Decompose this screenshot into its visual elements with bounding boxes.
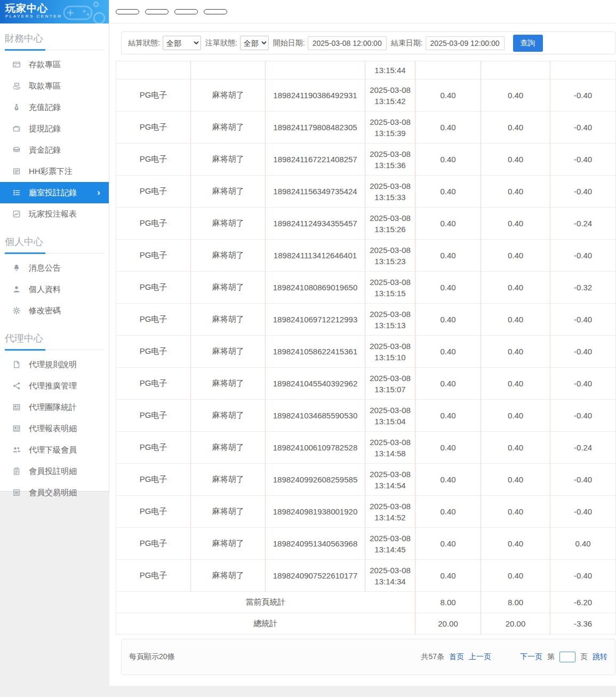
cell-game: 麻将胡了: [191, 176, 266, 208]
cell-time: 13:15:42: [366, 96, 414, 107]
cell-valid-amount: 0.40: [481, 272, 550, 304]
sidebar-item[interactable]: 修改密碼: [0, 300, 109, 321]
cell-time: 13:15:23: [366, 256, 414, 267]
sidebar-item[interactable]: 廳室投註記錄 ›: [0, 182, 109, 203]
cell-time: 13:15:13: [366, 320, 414, 331]
cell-valid-amount: 0.40: [481, 496, 550, 528]
cell-datetime: 2025-03-08 13:15:07: [365, 368, 415, 400]
table-row: PG电子 麻将胡了 1898240951340563968 2025-03-08…: [116, 528, 616, 560]
cell-win-loss: -0.40: [550, 464, 616, 496]
jump-suffix-label: 页: [580, 652, 588, 662]
sidebar-item[interactable]: 會員投註明細: [0, 461, 109, 482]
next-page-link[interactable]: 下一页: [520, 652, 542, 662]
cell-bet-amount: 0.40: [415, 528, 481, 560]
cell-game: 麻将胡了: [191, 368, 266, 400]
category-tab[interactable]: [204, 9, 227, 14]
cell-platform: PG电子: [116, 272, 191, 304]
sidebar-item[interactable]: 個人資料: [0, 279, 109, 300]
cell-time: 13:15:15: [366, 288, 414, 299]
cell-bet-amount: 0.40: [415, 400, 481, 432]
table-row: PG电子 麻将胡了 1898241058622415361 2025-03-08…: [116, 336, 616, 368]
cell-valid-amount: 0.40: [481, 400, 550, 432]
category-tab[interactable]: [145, 9, 169, 14]
order-status-select[interactable]: 全部: [240, 36, 269, 50]
end-date-label: 結束日期:: [391, 38, 423, 48]
app-logo: 玩家中心 PLAYERS CENTER: [0, 0, 109, 23]
start-date-input[interactable]: [308, 36, 387, 50]
sidebar-item-icon: [12, 146, 21, 155]
sidebar-item[interactable]: 資金記錄: [0, 139, 109, 161]
cell-win-loss: -0.40: [550, 240, 616, 272]
sidebar-item[interactable]: 代理下級會員: [0, 439, 109, 461]
sidebar-item-icon: [12, 82, 21, 91]
prev-page-link[interactable]: 上一页: [469, 652, 491, 662]
sidebar-item-label: HH彩票下注: [29, 167, 73, 177]
cell-valid-amount: 0.40: [481, 176, 550, 208]
cell-datetime: 2025-03-08 13:15:42: [365, 80, 415, 112]
sidebar-item-label: 存款專區: [29, 60, 61, 70]
table-row: PG电子 麻将胡了 1898240907522610177 2025-03-08…: [116, 560, 616, 592]
table-row: PG电子 麻将胡了 1898241124934355457 2025-03-08…: [116, 208, 616, 240]
sidebar-item[interactable]: 玩家投注報表: [0, 203, 109, 225]
sidebar-item[interactable]: HH彩票下注: [0, 161, 109, 182]
sidebar-item-icon: [12, 167, 21, 176]
cell-date: 2025-03-08: [366, 373, 414, 384]
sidebar-nav-list: 存款專區 取款專區 充值記錄 提現記錄: [0, 50, 109, 227]
cell-date: 2025-03-08: [366, 437, 414, 448]
cell-valid-amount: 0.40: [481, 80, 550, 112]
cell-platform: PG电子: [116, 560, 191, 592]
sidebar-item[interactable]: 提現記錄: [0, 118, 109, 139]
first-page-link[interactable]: 首页: [449, 652, 464, 662]
cell-bet-id: 1898241179808482305: [266, 112, 365, 144]
table-row: PG电子 麻将胡了 1898240981938001920 2025-03-08…: [116, 496, 616, 528]
search-button[interactable]: 查詢: [513, 35, 543, 52]
cell-time: 13:15:39: [366, 128, 414, 139]
cell-game: 麻将胡了: [191, 112, 266, 144]
sidebar-nav-list: 代理規則說明 代理推廣管理 代理團隊統計 代理報表明細: [0, 350, 109, 505]
sidebar-item-icon: [12, 264, 21, 273]
cell-win-loss: -0.24: [550, 208, 616, 240]
sidebar-item[interactable]: 代理推廣管理: [0, 375, 109, 397]
cell-datetime: 2025-03-08 13:14:52: [365, 496, 415, 528]
cell-date: 2025-03-08: [366, 340, 414, 352]
cell-datetime: 2025-03-08 13:14:34: [365, 560, 415, 592]
cell-datetime: 2025-03-08 13:15:26: [365, 208, 415, 240]
sidebar-item-icon: [12, 285, 21, 294]
sidebar-item[interactable]: 代理團隊統計: [0, 397, 109, 418]
sidebar-item[interactable]: 代理規則說明: [0, 354, 109, 375]
cell-datetime: 2025-03-08 13:14:58: [365, 432, 415, 464]
cell-time: 13:15:33: [366, 192, 414, 203]
sidebar-item[interactable]: 代理報表明細: [0, 418, 109, 439]
cell-time: 13:15:07: [366, 384, 414, 395]
category-tab[interactable]: [174, 9, 198, 14]
cell-bet-id: 1898240981938001920: [266, 496, 365, 528]
cell-game: 麻将胡了: [191, 208, 266, 240]
sidebar-item-icon: [12, 360, 21, 369]
cell-bet-amount: 0.40: [415, 464, 481, 496]
cell-bet-id: 1898241006109782528: [266, 432, 365, 464]
cell-bet-amount: 0.40: [415, 240, 481, 272]
sidebar-item[interactable]: 存款專區: [0, 54, 109, 75]
sidebar-item-icon: [12, 382, 21, 391]
jump-page-input[interactable]: [559, 652, 575, 662]
end-date-input[interactable]: [426, 36, 505, 50]
settle-status-select[interactable]: 全部: [163, 36, 201, 50]
sidebar-item[interactable]: 充值記錄: [0, 97, 109, 118]
category-tab[interactable]: [116, 9, 139, 14]
jump-button[interactable]: 跳转: [593, 652, 607, 662]
sidebar-section: 財務中心 存款專區 取款專區 充值記錄: [0, 23, 109, 227]
cell-platform: [116, 61, 191, 80]
sidebar-item-icon: [12, 210, 21, 219]
cell-bet-id: 1898240992608259585: [266, 464, 365, 496]
cell-bet-amount: 0.40: [415, 80, 481, 112]
cell-platform: PG电子: [116, 400, 191, 432]
total-summary-label: 總統計: [116, 613, 415, 635]
page-summary-result: -6.20: [550, 592, 616, 613]
cell-bet-id: [266, 61, 365, 80]
filter-panel: 結算狀態: 全部 注單狀態: 全部 開始日期: 結束日期: 查詢: [121, 31, 615, 54]
sidebar-item[interactable]: 會員交易明細: [0, 482, 109, 503]
cell-win-loss: -0.40: [550, 368, 616, 400]
sidebar-item[interactable]: 消息公告: [0, 257, 109, 279]
sidebar-item[interactable]: 取款專區: [0, 75, 109, 97]
cell-date: 2025-03-08: [366, 405, 414, 416]
